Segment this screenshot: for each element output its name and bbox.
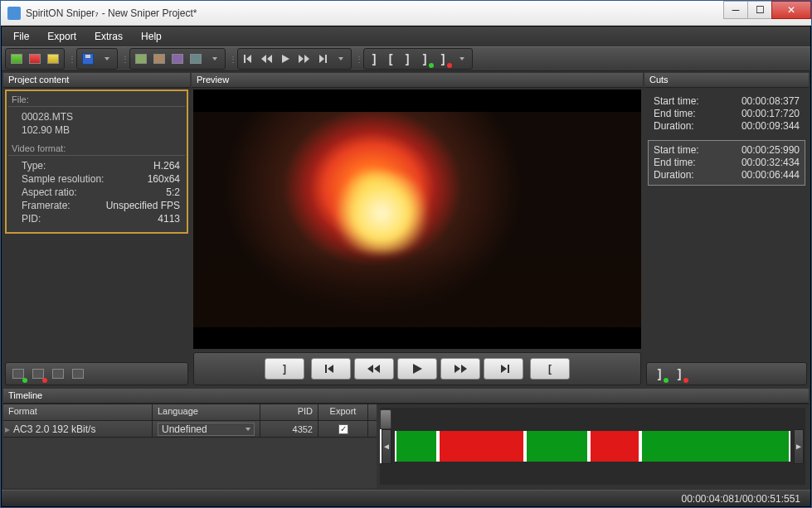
tool-skip-start[interactable]	[241, 51, 257, 67]
app-icon	[7, 7, 21, 20]
preview-viewport[interactable]	[193, 90, 641, 349]
playback-controls: ] [	[193, 352, 641, 385]
cuts-panel-header: Cuts	[644, 73, 809, 88]
project-info: File: 00028.MTS 102.90 MB Video format: …	[5, 90, 188, 234]
video-prop-row: Sample resolution:160x64	[22, 172, 180, 186]
skip-end-button[interactable]	[484, 358, 523, 380]
video-section-header: Video format:	[8, 142, 185, 156]
tool-open-yellow[interactable]	[45, 51, 61, 67]
col-language[interactable]: Language	[153, 404, 260, 420]
timeline-visual[interactable]: ◄ ►	[380, 408, 805, 485]
tool-cut-remove[interactable]: ]	[435, 51, 451, 67]
cuts-tool-add[interactable]: ]	[651, 365, 668, 382]
maximize-button[interactable]: ☐	[747, 1, 772, 19]
file-section-header: File:	[8, 93, 185, 107]
video-prop-row: Framerate:Unspecified FPS	[22, 199, 180, 212]
minimize-button[interactable]: ─	[723, 1, 748, 19]
col-export[interactable]: Export	[318, 404, 368, 420]
tool-clip-1[interactable]	[133, 51, 149, 67]
close-button[interactable]: ✕	[771, 1, 811, 19]
timeline-segment[interactable]	[395, 431, 438, 462]
timeline-track[interactable]	[395, 431, 790, 462]
project-panel: Project content File: 00028.MTS 102.90 M…	[3, 73, 190, 387]
tool-open-green[interactable]	[8, 51, 25, 67]
language-dropdown[interactable]: Undefined	[158, 423, 255, 436]
main-toolbar: ⋮ ⋮ ⋮ ⋮	[2, 46, 810, 71]
project-toolbar	[5, 362, 188, 385]
tool-clip-3[interactable]	[169, 51, 186, 67]
video-prop-row: Aspect ratio:5:2	[22, 186, 180, 199]
timeline-marker-bottom[interactable]	[380, 409, 391, 429]
menu-export[interactable]: Export	[44, 29, 80, 44]
tool-cut-add[interactable]: ]	[416, 51, 433, 67]
video-prop-row: Type:H.264	[22, 159, 180, 172]
video-frame	[193, 112, 641, 327]
skip-start-button[interactable]	[311, 358, 351, 380]
menu-extras[interactable]: Extras	[91, 29, 126, 44]
proj-tool-remove[interactable]	[30, 365, 46, 382]
menu-help[interactable]: Help	[138, 29, 165, 44]
tool-play-dropdown[interactable]	[332, 51, 348, 67]
export-checkbox[interactable]: ✓	[338, 424, 348, 434]
rewind-button[interactable]	[354, 358, 394, 380]
col-pid[interactable]: PID	[260, 404, 318, 420]
status-position: 00:00:04:081	[682, 493, 740, 505]
cuts-list: Start time:00:00:08:377End time:00:00:17…	[644, 88, 809, 189]
statusbar: 00:00:04:081 / 00:00:51:551	[2, 490, 810, 506]
preview-panel: Preview ] [	[192, 73, 643, 387]
tool-open-red[interactable]	[27, 51, 43, 67]
tool-clip-4[interactable]	[187, 51, 204, 67]
timeline-scroll-left[interactable]: ◄	[382, 429, 391, 464]
titlebar[interactable]: SpiritON Sniper₇ - New Sniper Project* ─…	[1, 1, 811, 26]
timeline-segment[interactable]	[438, 431, 525, 462]
timeline-segment[interactable]	[640, 431, 790, 462]
cuts-tool-remove[interactable]: ]	[671, 365, 688, 382]
tool-save-dropdown[interactable]	[98, 51, 114, 67]
mark-in-end-button[interactable]: [	[530, 358, 570, 380]
cut-item[interactable]: Start time:00:00:08:377End time:00:00:17…	[648, 91, 805, 137]
track-table: Format Language PID Export ▸AC3 2.0 192 …	[3, 404, 377, 488]
file-size: 102.90 MB	[22, 123, 70, 137]
tool-play[interactable]	[277, 51, 294, 67]
app-window: SpiritON Sniper₇ - New Sniper Project* ─…	[0, 0, 812, 508]
forward-button[interactable]	[440, 358, 480, 380]
tool-mark-out-1[interactable]: ]	[367, 51, 382, 66]
track-row[interactable]: ▸AC3 2.0 192 kBit/sUndefined4352✓	[3, 421, 377, 438]
tool-forward[interactable]	[295, 51, 312, 67]
tool-save[interactable]	[80, 51, 96, 67]
tool-mark-out-2[interactable]: ]	[400, 51, 415, 66]
timeline-panel-header: Timeline	[3, 389, 809, 404]
status-total: 00:00:51:551	[742, 493, 800, 505]
tool-mark-in[interactable]: [	[383, 51, 398, 66]
tool-skip-end[interactable]	[314, 51, 330, 67]
menu-file[interactable]: File	[10, 29, 32, 44]
cuts-toolbar: ] ]	[646, 362, 807, 385]
tool-cut-dropdown[interactable]	[453, 51, 469, 67]
proj-tool-4[interactable]	[70, 365, 86, 382]
window-title: SpiritON Sniper₇ - New Sniper Project*	[26, 7, 724, 19]
timeline-panel: Timeline Format Language PID Export ▸AC3…	[3, 389, 809, 488]
project-panel-header: Project content	[3, 73, 190, 88]
mark-out-start-button[interactable]: ]	[265, 358, 304, 380]
video-prop-row: PID:4113	[22, 212, 180, 225]
timeline-playhead-line	[380, 429, 382, 463]
col-format[interactable]: Format	[3, 404, 153, 420]
cut-item[interactable]: Start time:00:00:25:990End time:00:00:32…	[648, 140, 805, 186]
timeline-scroll-right[interactable]: ►	[794, 429, 804, 464]
menubar: File Export Extras Help	[2, 27, 810, 46]
tool-clip-dropdown[interactable]	[206, 51, 222, 67]
proj-tool-3[interactable]	[50, 365, 66, 382]
tool-clip-2[interactable]	[151, 51, 168, 67]
tool-rewind[interactable]	[259, 51, 275, 67]
timeline-segment[interactable]	[525, 431, 588, 462]
proj-tool-add[interactable]	[10, 365, 27, 382]
preview-panel-header: Preview	[192, 73, 643, 88]
cuts-panel: Cuts Start time:00:00:08:377End time:00:…	[644, 73, 809, 387]
file-name: 00028.MTS	[22, 110, 73, 123]
play-button[interactable]	[397, 358, 437, 380]
timeline-segment[interactable]	[589, 431, 640, 462]
